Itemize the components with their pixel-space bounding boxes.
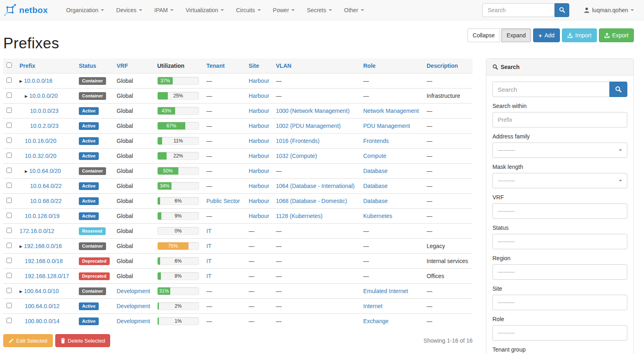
column-header-tenant[interactable]: Tenant	[203, 58, 245, 73]
site-link[interactable]: Harbour	[249, 168, 269, 174]
row-checkbox[interactable]	[7, 243, 12, 248]
filter-search-input[interactable]	[492, 82, 609, 97]
prefix-link[interactable]: 10.0.68.0/22	[30, 198, 62, 204]
tenant-link[interactable]: IT	[206, 258, 211, 264]
vlan-link[interactable]: 1128 (Kubernetes)	[276, 213, 323, 219]
prefix-link[interactable]: 10.0.16.0/20	[25, 138, 56, 144]
tenant-link[interactable]: IT	[206, 273, 211, 279]
column-header-status[interactable]: Status	[76, 58, 113, 73]
role-link[interactable]: Database	[363, 183, 388, 189]
row-checkbox[interactable]	[7, 108, 12, 113]
site-link[interactable]: Harbour	[249, 78, 269, 84]
nav-item-organization[interactable]: Organization	[60, 0, 110, 20]
add-button[interactable]: + Add	[533, 28, 560, 42]
vrf-link[interactable]: Development	[117, 303, 150, 309]
prefix-link[interactable]: 100.64.0.0/12	[25, 303, 60, 309]
select-all-checkbox[interactable]	[7, 63, 12, 68]
row-checkbox[interactable]	[7, 258, 12, 263]
role-link[interactable]: Network Management	[363, 108, 419, 114]
role-link[interactable]: PDU Management	[363, 123, 410, 129]
role-link[interactable]: Emulated Internet	[363, 288, 408, 294]
column-header-description[interactable]: Description	[423, 58, 473, 73]
column-header-vrf[interactable]: VRF	[113, 58, 154, 73]
tenant-link[interactable]: IT	[206, 243, 211, 249]
site-link[interactable]: Harbour	[249, 213, 269, 219]
edit-selected-button[interactable]: Edit Selected	[3, 334, 53, 347]
row-checkbox[interactable]	[7, 123, 12, 128]
vlan-link[interactable]: 1064 (Database - International)	[276, 183, 355, 189]
filter-search-button[interactable]	[609, 82, 627, 97]
nav-item-secrets[interactable]: Secrets	[301, 0, 338, 20]
prefix-link[interactable]: 10.0.2.0/23	[30, 123, 59, 129]
nav-item-other[interactable]: Other	[338, 0, 370, 20]
filter-select-region[interactable]: ---------	[492, 264, 627, 280]
delete-selected-button[interactable]: Delete Selected	[55, 334, 111, 347]
vlan-link[interactable]: 1002 (PDU Management)	[276, 123, 341, 129]
row-checkbox[interactable]	[7, 153, 12, 158]
export-button[interactable]: Export	[599, 28, 634, 42]
prefix-link[interactable]: 192.168.0.0/18	[25, 258, 63, 264]
user-menu[interactable]: luqman.qohen	[584, 7, 634, 13]
prefix-link[interactable]: 10.0.128.0/19	[25, 213, 60, 219]
site-link[interactable]: Harbour	[249, 153, 269, 159]
vrf-link[interactable]: Development	[117, 288, 150, 294]
column-header-role[interactable]: Role	[360, 58, 423, 73]
filter-select-role[interactable]: ---------	[492, 325, 627, 341]
prefix-link[interactable]: 10.0.32.0/20	[25, 153, 56, 159]
import-button[interactable]: Import	[562, 28, 597, 42]
column-header-site[interactable]: Site	[245, 58, 273, 73]
filter-select-vrf[interactable]: ---------	[492, 203, 627, 219]
column-header-prefix[interactable]: Prefix	[16, 58, 76, 73]
prefix-link[interactable]: 192.168.128.0/17	[25, 273, 69, 279]
site-link[interactable]: Harbour	[249, 108, 269, 114]
column-header-vlan[interactable]: VLAN	[273, 58, 360, 73]
filter-select-address-family[interactable]: ---------	[492, 142, 627, 158]
site-link[interactable]: Harbour	[249, 93, 269, 99]
row-checkbox[interactable]	[7, 198, 12, 203]
role-link[interactable]: Frontends	[363, 138, 389, 144]
prefix-link[interactable]: 10.0.0.0/16	[24, 78, 52, 84]
nav-item-devices[interactable]: Devices	[110, 0, 148, 20]
nav-item-ipam[interactable]: IPAM	[148, 0, 180, 20]
nav-item-virtualization[interactable]: Virtualization	[180, 0, 230, 20]
prefix-link[interactable]: 10.0.64.0/22	[30, 183, 62, 189]
site-link[interactable]: Harbour	[249, 198, 269, 204]
vlan-link[interactable]: 1000 (Network Management)	[276, 108, 349, 114]
tenant-link[interactable]: IT	[206, 228, 211, 234]
collapse-button[interactable]: Collapse	[467, 28, 500, 42]
nav-item-power[interactable]: Power	[267, 0, 301, 20]
row-checkbox[interactable]	[7, 273, 12, 278]
role-link[interactable]: Exchange	[363, 318, 388, 324]
row-checkbox[interactable]	[7, 93, 12, 98]
filter-input-search-within[interactable]	[492, 112, 627, 127]
row-checkbox[interactable]	[7, 228, 12, 233]
vlan-link[interactable]: 1032 (Compute)	[276, 153, 317, 159]
row-checkbox[interactable]	[7, 318, 12, 323]
nav-item-circuits[interactable]: Circuits	[230, 0, 267, 20]
row-checkbox[interactable]	[7, 213, 12, 218]
tenant-link[interactable]: Public Sector	[206, 198, 240, 204]
row-checkbox[interactable]	[7, 138, 12, 143]
filter-select-status[interactable]: ---------	[492, 234, 627, 249]
netbox-brand-link[interactable]: netbox	[4, 4, 48, 16]
site-link[interactable]: Harbour	[249, 183, 269, 189]
filter-select-mask-length[interactable]: ---------	[492, 173, 627, 188]
site-link[interactable]: Harbour	[249, 138, 269, 144]
row-checkbox[interactable]	[7, 168, 12, 173]
row-checkbox[interactable]	[7, 288, 12, 293]
global-search-button[interactable]	[555, 3, 569, 17]
prefix-link[interactable]: 10.0.64.0/20	[29, 168, 61, 174]
global-search-input[interactable]	[482, 3, 555, 17]
prefix-link[interactable]: 100.80.0.0/14	[25, 318, 60, 324]
filter-select-site[interactable]: ---------	[492, 295, 627, 310]
role-link[interactable]: Kubernetes	[363, 213, 392, 219]
role-link[interactable]: Database	[363, 198, 388, 204]
vlan-link[interactable]: 1068 (Database - Domestic)	[276, 198, 347, 204]
prefix-link[interactable]: 172.16.0.0/12	[20, 228, 54, 234]
prefix-link[interactable]: 10.0.0.0/23	[30, 108, 59, 114]
vlan-link[interactable]: 1016 (Frontends)	[276, 138, 319, 144]
site-link[interactable]: Harbour	[249, 123, 269, 129]
role-link[interactable]: Internet	[363, 303, 382, 309]
role-link[interactable]: Database	[363, 168, 388, 174]
prefix-link[interactable]: 192.168.0.0/16	[24, 243, 62, 249]
